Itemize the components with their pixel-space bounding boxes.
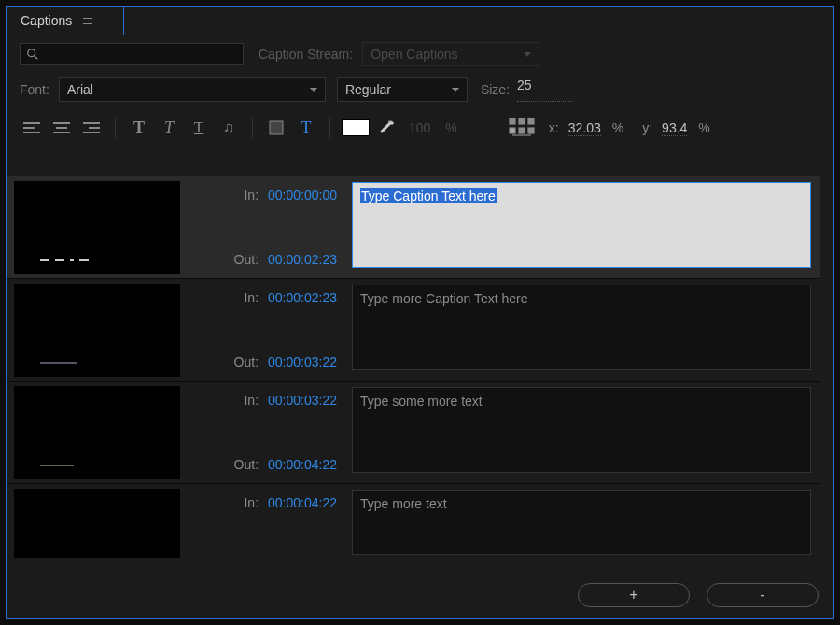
svg-rect-15: [510, 128, 515, 133]
caption-text: Type more text: [360, 496, 447, 511]
in-time[interactable]: 00:00:02:23: [268, 290, 337, 305]
caption-text: Type more Caption Text here: [360, 291, 528, 306]
color-swatch[interactable]: [342, 119, 370, 136]
pos-x-label: x:: [549, 120, 559, 135]
out-label: Out:: [234, 252, 259, 267]
header-row-2: Font: Arial Regular Size: 25: [7, 72, 833, 107]
font-family-value: Arial: [67, 82, 93, 97]
svg-rect-17: [528, 128, 534, 133]
in-time[interactable]: 00:00:00:00: [268, 188, 337, 202]
in-label: In:: [244, 290, 259, 305]
svg-rect-13: [519, 118, 525, 124]
caption-thumbnail: [14, 386, 180, 479]
tab-title: Captions: [21, 13, 72, 28]
pos-y-label: y:: [642, 120, 652, 135]
svg-line-1: [35, 56, 38, 60]
search-input[interactable]: [20, 43, 244, 65]
eyedropper-button[interactable]: [375, 116, 399, 140]
in-time[interactable]: 00:00:04:22: [268, 495, 337, 510]
position-grid-button[interactable]: [506, 116, 538, 140]
caption-text-input[interactable]: Type Caption Text here: [352, 182, 811, 268]
caption-text: Type Caption Text here: [360, 188, 497, 203]
divider: [329, 117, 330, 139]
pos-y-unit: %: [698, 120, 709, 135]
font-style-value: Regular: [345, 82, 391, 97]
caption-row[interactable]: In: 00:00:02:23 Out: 00:00:03:22 Type mo…: [7, 279, 820, 382]
text-color-button[interactable]: T: [294, 116, 318, 140]
svg-rect-16: [519, 128, 525, 133]
opacity-unit: %: [445, 120, 456, 135]
music-note-button[interactable]: ♫: [217, 116, 241, 140]
out-label: Out:: [234, 457, 259, 472]
caption-times: In: 00:00:03:22 Out: 00:00:04:22: [180, 382, 346, 483]
caption-thumbnail: [14, 284, 180, 377]
stream-label: Caption Stream:: [259, 47, 353, 62]
pos-x-value[interactable]: 32.03: [568, 120, 601, 136]
caption-text-input[interactable]: Type more Caption Text here: [352, 285, 811, 370]
caption-text: Type some more text: [360, 394, 483, 409]
out-label: Out:: [234, 354, 259, 369]
divider: [115, 117, 116, 139]
font-family-dropdown[interactable]: Arial: [59, 77, 326, 102]
caption-row[interactable]: In: 00:00:04:22 Type more text: [7, 484, 820, 559]
align-right-button[interactable]: [79, 116, 104, 140]
svg-rect-11: [270, 121, 283, 134]
in-time[interactable]: 00:00:03:22: [268, 393, 337, 408]
panel-tab-captions[interactable]: Captions: [7, 6, 124, 35]
caption-text-input[interactable]: Type more text: [352, 490, 811, 555]
caption-thumbnail: [14, 181, 180, 274]
add-caption-button[interactable]: +: [578, 583, 690, 607]
caption-list: In: 00:00:00:00 Out: 00:00:02:23 Type Ca…: [7, 176, 820, 559]
divider: [252, 117, 253, 139]
chevron-down-icon: [452, 88, 459, 92]
panel-menu-icon[interactable]: [83, 18, 92, 24]
caption-stream-dropdown[interactable]: Open Captions: [362, 42, 539, 66]
svg-rect-12: [510, 118, 515, 124]
caption-row[interactable]: In: 00:00:03:22 Out: 00:00:04:22 Type so…: [7, 382, 820, 484]
caption-times: In: 00:00:00:00 Out: 00:00:02:23: [180, 176, 346, 278]
align-left-button[interactable]: [20, 116, 44, 140]
add-label: +: [629, 587, 637, 604]
header: Caption Stream: Open Captions Font: Aria…: [7, 36, 833, 148]
size-label: Size:: [481, 82, 510, 97]
remove-caption-button[interactable]: -: [707, 583, 819, 607]
font-size-input[interactable]: 25: [517, 77, 573, 102]
background-color-button[interactable]: [264, 116, 288, 140]
footer-buttons: + -: [578, 583, 819, 607]
caption-thumbnail: [14, 489, 180, 558]
header-row-1: Caption Stream: Open Captions: [7, 36, 833, 72]
pos-y-value[interactable]: 93.4: [662, 120, 687, 136]
italic-button[interactable]: T: [157, 116, 181, 140]
caption-row[interactable]: In: 00:00:00:00 Out: 00:00:02:23 Type Ca…: [7, 176, 820, 279]
font-label: Font:: [20, 82, 49, 97]
underline-button[interactable]: T: [187, 116, 211, 140]
out-time[interactable]: 00:00:04:22: [268, 457, 337, 472]
pos-x-unit: %: [612, 120, 623, 135]
opacity-value[interactable]: 100: [409, 120, 430, 135]
font-style-dropdown[interactable]: Regular: [337, 77, 468, 102]
caption-times: In: 00:00:02:23 Out: 00:00:03:22: [180, 279, 346, 381]
out-time[interactable]: 00:00:03:22: [268, 354, 337, 369]
in-label: In:: [244, 188, 259, 202]
svg-point-0: [28, 49, 35, 57]
formatting-toolbar: T T T ♫ T 100 % x:: [7, 107, 833, 148]
in-label: In:: [244, 393, 259, 408]
svg-rect-14: [528, 118, 534, 124]
captions-panel: Captions Caption Stream: Open Captions F…: [6, 6, 834, 619]
stream-value: Open Captions: [371, 47, 457, 62]
caption-times: In: 00:00:04:22: [180, 484, 346, 559]
in-label: In:: [244, 495, 259, 510]
out-time[interactable]: 00:00:02:23: [268, 252, 337, 267]
search-icon: [26, 48, 39, 61]
align-center-button[interactable]: [49, 116, 74, 140]
caption-text-input[interactable]: Type some more text: [352, 387, 811, 473]
bold-button[interactable]: T: [127, 116, 151, 140]
chevron-down-icon: [310, 88, 317, 92]
chevron-down-icon: [524, 52, 531, 57]
remove-label: -: [760, 587, 764, 604]
